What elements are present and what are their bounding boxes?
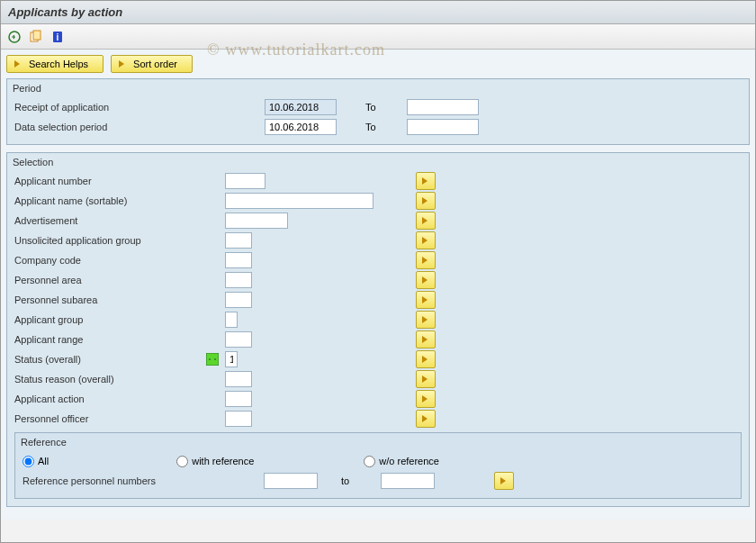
field-input[interactable]: [225, 272, 252, 288]
arrow-right-icon: [499, 475, 509, 486]
multiple-selection-button[interactable]: [416, 410, 436, 428]
field-input[interactable]: [225, 351, 238, 367]
selection-row: Personnel subarea: [14, 290, 742, 310]
ref-with-radio[interactable]: with reference: [176, 456, 254, 467]
search-helps-button[interactable]: Search Helps: [6, 55, 104, 73]
multiple-selection-button[interactable]: [416, 192, 436, 210]
ref-pernr-to-input[interactable]: [381, 473, 435, 489]
ref-pernr-label: Reference personnel numbers: [22, 475, 194, 486]
selection-row: Applicant action: [14, 389, 742, 409]
field-label: Applicant number: [14, 176, 176, 186]
arrow-right-icon: [420, 394, 431, 404]
receipt-label: Receipt of application: [14, 102, 176, 113]
arrow-right-icon: [420, 354, 431, 365]
info-icon[interactable]: i: [50, 29, 66, 45]
arrow-right-icon: [420, 195, 431, 206]
field-input[interactable]: [225, 213, 288, 229]
field-label: Applicant range: [14, 334, 176, 345]
field-label: Unsolicited application group: [14, 235, 176, 246]
selection-row: Advertisement: [14, 211, 742, 231]
period-group-title: Period: [11, 83, 742, 94]
selection-row: Status (overall): [14, 349, 742, 369]
variant-icon[interactable]: [28, 29, 44, 45]
data-sel-to-label: To: [365, 122, 401, 132]
execute-icon[interactable]: [6, 29, 22, 45]
ref-all-radio[interactable]: All: [22, 456, 49, 467]
selection-row: Applicant number: [14, 171, 742, 191]
svg-point-6: [209, 358, 211, 360]
field-label: Personnel officer: [14, 413, 176, 424]
arrow-right-icon: [420, 255, 431, 266]
field-input[interactable]: [225, 371, 252, 387]
window-title: Applicants by action: [1, 1, 755, 24]
ref-pernr-multiple-button[interactable]: [494, 472, 514, 490]
field-label: Personnel subarea: [14, 294, 176, 305]
multiple-selection-button[interactable]: [416, 311, 436, 329]
period-group: Period Receipt of application To Data se…: [6, 78, 750, 145]
ref-with-label: with reference: [192, 456, 254, 466]
sort-order-label: Sort order: [133, 59, 177, 69]
field-input[interactable]: [225, 411, 252, 427]
ref-all-label: All: [38, 456, 49, 466]
multiple-selection-button[interactable]: [416, 172, 436, 190]
main-area: Search Helps Sort order Period Receipt o…: [1, 50, 755, 520]
ref-pernr-from-input[interactable]: [264, 473, 318, 489]
search-helps-label: Search Helps: [29, 59, 88, 69]
ref-all-input[interactable]: [22, 456, 34, 467]
selection-row: Personnel officer: [14, 409, 742, 429]
field-input[interactable]: [225, 331, 252, 348]
arrow-right-icon: [420, 294, 431, 305]
field-input[interactable]: [225, 232, 252, 249]
field-label: Applicant name (sortable): [14, 195, 176, 206]
receipt-from-input[interactable]: [265, 99, 337, 115]
field-label: Personnel area: [14, 275, 176, 285]
data-sel-from-input[interactable]: [265, 119, 337, 135]
selection-row: Status reason (overall): [14, 369, 742, 389]
receipt-to-input[interactable]: [407, 99, 479, 115]
field-input[interactable]: [225, 292, 252, 308]
sort-order-button[interactable]: Sort order: [111, 55, 193, 73]
multiple-selection-button[interactable]: [416, 370, 436, 388]
status-green-icon: [206, 353, 219, 366]
receipt-to-label: To: [365, 102, 401, 113]
reference-group: Reference All with reference w/o referen…: [14, 432, 742, 499]
multiple-selection-button[interactable]: [416, 231, 436, 249]
multiple-selection-button[interactable]: [416, 330, 436, 348]
arrow-right-icon: [420, 275, 431, 285]
selection-row: Applicant name (sortable): [14, 191, 742, 211]
selection-row: Applicant group: [14, 310, 742, 330]
field-input[interactable]: [225, 252, 252, 268]
arrow-right-icon: [420, 334, 431, 345]
field-input[interactable]: [225, 391, 252, 407]
arrow-right-icon: [420, 314, 431, 325]
multiple-selection-button[interactable]: [416, 350, 436, 368]
field-input[interactable]: [225, 193, 374, 209]
multiple-selection-button[interactable]: [416, 390, 436, 408]
selection-row: Personnel area: [14, 270, 742, 290]
arrow-right-icon: [420, 413, 431, 424]
data-sel-to-input[interactable]: [407, 119, 479, 135]
field-label: Applicant group: [14, 314, 176, 325]
data-sel-label: Data selection period: [14, 122, 176, 132]
main-toolbar: i: [1, 24, 755, 50]
selection-row: Applicant range: [14, 330, 742, 349]
field-label: Company code: [14, 255, 176, 266]
field-input[interactable]: [225, 173, 266, 189]
multiple-selection-button[interactable]: [416, 251, 436, 269]
ref-wo-input[interactable]: [364, 456, 375, 467]
arrow-right-icon: [420, 215, 431, 226]
ref-wo-label: w/o reference: [379, 456, 439, 466]
field-label: Advertisement: [14, 215, 176, 226]
field-label: Status reason (overall): [14, 374, 176, 385]
multiple-selection-button[interactable]: [416, 212, 436, 230]
field-label: Applicant action: [14, 394, 176, 404]
multiple-selection-button[interactable]: [416, 291, 436, 309]
ref-wo-radio[interactable]: w/o reference: [364, 456, 439, 467]
reference-group-title: Reference: [19, 437, 734, 448]
arrow-right-icon: [117, 59, 128, 69]
field-input[interactable]: [225, 312, 238, 328]
svg-rect-5: [206, 353, 219, 366]
ref-pernr-to-label: to: [341, 475, 375, 486]
multiple-selection-button[interactable]: [416, 271, 436, 289]
ref-with-input[interactable]: [176, 456, 188, 467]
